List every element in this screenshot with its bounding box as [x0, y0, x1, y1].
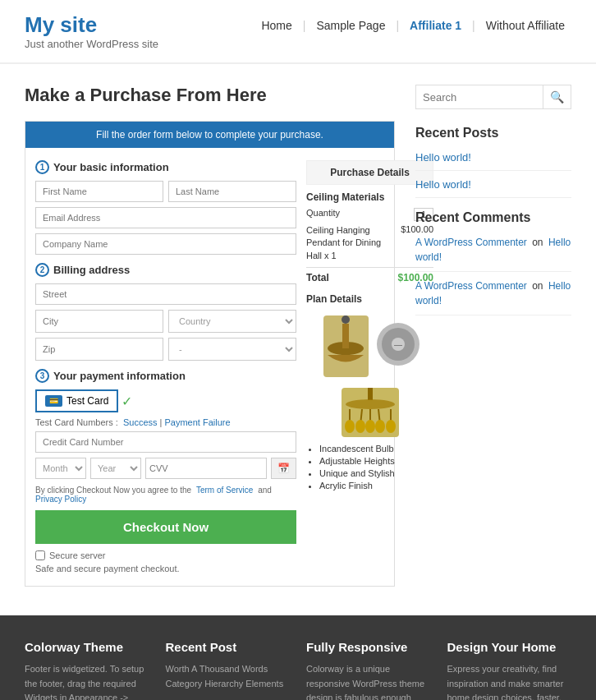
credit-card-input[interactable] [35, 431, 296, 453]
chandelier-image [337, 384, 403, 437]
city-input[interactable] [35, 310, 163, 333]
comment-1-on: on [532, 237, 543, 248]
recent-posts-section: Recent Posts Hello world! Hello world! [415, 126, 571, 198]
quantity-label: Quantity [306, 208, 340, 221]
post-1-link[interactable]: Hello world! [415, 151, 471, 163]
site-title[interactable]: My site [25, 12, 158, 38]
nav-divider3: | [472, 19, 475, 32]
zip-input[interactable] [35, 338, 163, 361]
section2-title: 2 Billing address [35, 263, 296, 277]
footer-col2-title: Recent Post [166, 640, 291, 654]
footer-col2: Recent Post Worth A Thousand Words Categ… [166, 640, 291, 700]
footer-col1-title: Colorway Theme [25, 640, 149, 654]
check-badge: ✓ [121, 394, 132, 409]
success-link[interactable]: Success [123, 417, 158, 427]
dash-select[interactable]: - [168, 338, 296, 361]
section1-title: 1 Your basic information [35, 160, 296, 174]
comment-2: A WordPress Commenter on Hello world! [415, 279, 571, 315]
comment-2-on: on [532, 280, 543, 292]
svg-point-18 [365, 420, 375, 433]
last-name-input[interactable] [168, 181, 296, 202]
company-input[interactable] [35, 233, 296, 255]
test-card-button[interactable]: 💳 Test Card [35, 389, 118, 412]
footer: Colorway Theme Footer is widgetized. To … [0, 615, 596, 700]
plan-details-title: Plan Details [306, 293, 433, 305]
section3-num: 3 [35, 369, 49, 383]
page-title: Make a Purchase From Here [25, 85, 395, 106]
svg-rect-2 [342, 324, 349, 348]
pendant-lamp-image [319, 311, 373, 377]
recent-posts-title: Recent Posts [415, 126, 571, 140]
email-input[interactable] [35, 207, 296, 228]
recent-comments-title: Recent Comments [415, 210, 571, 225]
svg-point-17 [355, 420, 365, 433]
nav-sample-page[interactable]: Sample Page [309, 19, 392, 32]
card-icon: 💳 [45, 395, 62, 407]
comment-1-author[interactable]: A WordPress Commenter [415, 237, 527, 248]
secure-server-text: Secure server [49, 550, 105, 560]
footer-col4-title: Design Your Home [447, 640, 572, 654]
sidebar-post-1: Hello world! [415, 150, 571, 171]
svg-point-3 [342, 315, 350, 324]
footer-col1-text: Footer is widgetized. To setup the foote… [25, 662, 149, 700]
features-list: Incandescent Bulb Adjustable Heights Uni… [306, 444, 433, 490]
section1-num: 1 [35, 160, 49, 174]
first-name-input[interactable] [35, 181, 163, 202]
recent-comments-section: Recent Comments A WordPress Commenter on… [415, 210, 571, 315]
checkout-button[interactable]: Checkout Now [35, 510, 296, 544]
year-select[interactable]: Year [90, 458, 141, 479]
cvv-input[interactable] [145, 458, 267, 479]
search-input[interactable] [416, 85, 543, 108]
footer-col3-text: Colorway is a unique responsive WordPres… [306, 662, 431, 700]
svg-rect-9 [368, 388, 373, 400]
main-nav: Home | Sample Page | Affiliate 1 | Witho… [254, 19, 571, 32]
section3-title: 3 Your payment information [35, 369, 296, 383]
footer-col4: Design Your Home Express your creativity… [447, 640, 572, 700]
test-card-label: Test Card [66, 395, 108, 407]
header: My site Just another WordPress site Home… [0, 0, 596, 64]
payment-failure-link[interactable]: Payment Failure [165, 417, 231, 427]
nav-without-affiliate[interactable]: Without Affiliate [479, 19, 571, 32]
site-tagline: Just another WordPress site [25, 38, 158, 50]
material-title: Ceiling Materials [306, 191, 433, 203]
plan-images: — [306, 311, 433, 377]
nav-divider: | [303, 19, 306, 32]
purchase-details-title: Purchase Details [306, 160, 433, 185]
country-select[interactable]: Country [168, 310, 296, 333]
footer-col2-text: Worth A Thousand Words Category Hierarch… [166, 662, 291, 691]
test-card-info: Test Card Numbers : Success | Payment Fa… [35, 417, 296, 427]
comment-1: A WordPress Commenter on Hello world! [415, 235, 571, 272]
secure-checkbox[interactable] [35, 550, 45, 560]
sidebar-post-2: Hello world! [415, 177, 571, 198]
svg-point-16 [345, 420, 355, 433]
terms-of-service-link[interactable]: Term of Service [196, 486, 253, 495]
nav-divider2: | [396, 19, 399, 32]
search-box: 🔍 [415, 85, 571, 109]
nav-affiliate1[interactable]: Affiliate 1 [403, 19, 468, 32]
item-name: Ceiling Hanging Pendant for Dining Hall … [306, 224, 384, 262]
safe-text: Safe and secure payment checkout. [35, 564, 296, 573]
privacy-policy-link[interactable]: Privacy Policy [35, 495, 86, 504]
nav-home[interactable]: Home [254, 19, 298, 32]
svg-point-10 [346, 399, 395, 409]
svg-point-19 [375, 420, 385, 433]
total-label: Total [306, 272, 329, 283]
post-2-link[interactable]: Hello world! [415, 178, 471, 191]
comment-2-author[interactable]: A WordPress Commenter [415, 280, 527, 292]
search-button[interactable]: 🔍 [543, 85, 571, 108]
footer-col3: Fully Responsive Colorway is a unique re… [306, 640, 431, 700]
footer-col4-text: Express your creativity, find inspiratio… [447, 662, 572, 700]
order-form-container: Fill the order form below to complete yo… [25, 121, 395, 587]
calendar-icon-button[interactable]: 📅 [271, 458, 296, 479]
month-select[interactable]: Month [35, 458, 86, 479]
terms-text: By clicking Checkout Now you agree to th… [35, 486, 296, 504]
section2-num: 2 [35, 263, 49, 277]
disc-image: — [376, 322, 421, 367]
street-input[interactable] [35, 283, 296, 305]
footer-col3-title: Fully Responsive [306, 640, 431, 654]
footer-col1: Colorway Theme Footer is widgetized. To … [25, 640, 149, 700]
form-header: Fill the order form below to complete yo… [25, 122, 394, 148]
svg-point-20 [386, 420, 396, 433]
svg-text:—: — [394, 340, 402, 349]
